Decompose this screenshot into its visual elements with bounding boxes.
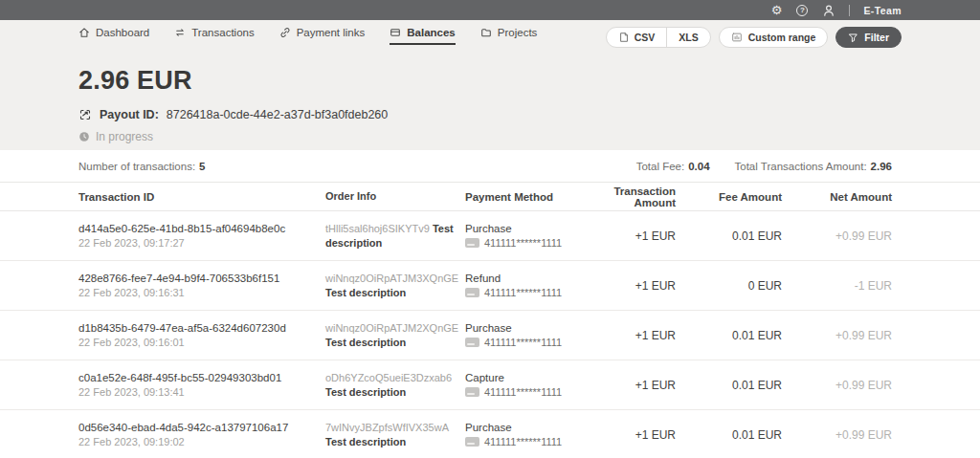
- fee-amount: 0.01 EUR: [676, 428, 782, 442]
- dashboard-home-icon: [78, 27, 90, 38]
- transactions-count-label: Number of transactions:: [78, 161, 195, 172]
- xls-export-button[interactable]: XLS: [666, 28, 709, 47]
- card-icon: [465, 338, 479, 347]
- tab-projects[interactable]: Projects: [480, 27, 538, 45]
- net-amount: +0.99 EUR: [782, 229, 892, 243]
- transaction-date: 22 Feb 2023, 09:13:41: [78, 386, 325, 398]
- table-row[interactable]: d414a5e0-625e-41bd-8b15-af04694b8e0c 22 …: [0, 211, 980, 261]
- transaction-date: 22 Feb 2023, 09:17:27: [78, 237, 325, 249]
- fee-amount: 0 EUR: [676, 279, 782, 293]
- order-description: Test description: [325, 386, 406, 398]
- table-header: Transaction ID Order Info Payment Method…: [0, 183, 980, 211]
- transaction-amount: +1 EUR: [593, 229, 676, 243]
- settings-gear-icon[interactable]: ⚙: [771, 4, 783, 16]
- transaction-date: 22 Feb 2023, 09:19:02: [78, 436, 325, 447]
- header-order-info: Order Info: [325, 189, 465, 204]
- card-number: 411111******1111: [484, 386, 562, 398]
- filter-funnel-icon: [848, 33, 858, 43]
- payout-id-icon[interactable]: [78, 108, 92, 121]
- tab-payment-links[interactable]: Payment links: [279, 27, 366, 45]
- card-number: 411111******1111: [484, 237, 562, 249]
- header-net-amount: Net Amount: [782, 191, 892, 203]
- card-number: 411111******1111: [484, 436, 562, 447]
- custom-range-button[interactable]: Custom range: [719, 27, 829, 48]
- export-button-group: CSV XLS: [606, 27, 711, 48]
- payment-type: Purchase: [465, 422, 593, 433]
- payout-id-row: Payout ID: 8726418a-0cde-44e2-a37d-bf3a0…: [78, 108, 902, 121]
- user-icon[interactable]: [822, 4, 835, 17]
- calendar-range-icon: [731, 32, 743, 43]
- transactions-count-value: 5: [199, 161, 205, 172]
- tab-dashboard[interactable]: Dashboard: [78, 27, 149, 45]
- summary-strip: Number of transactions: 5 Total Fee: 0.0…: [0, 150, 980, 183]
- team-name[interactable]: E-Team: [863, 5, 902, 16]
- order-description: Test description: [325, 436, 406, 447]
- transaction-id: d414a5e0-625e-41bd-8b15-af04694b8e0c: [78, 223, 325, 234]
- card-icon: [465, 238, 479, 248]
- csv-export-button[interactable]: CSV: [607, 28, 667, 47]
- csv-label: CSV: [635, 32, 656, 43]
- order-reference: 7wINvyJBZpfsWfIVX35wA: [325, 422, 448, 433]
- transaction-id: c0a1e52e-648f-495f-bc55-02949303bd01: [78, 372, 325, 383]
- payout-id-label: Payout ID:: [100, 108, 159, 121]
- table-body: d414a5e0-625e-41bd-8b15-af04694b8e0c 22 …: [0, 211, 980, 458]
- balances-card-icon: [390, 27, 401, 38]
- total-amount-label: Total Transactions Amount:: [735, 161, 867, 172]
- total-amount-value: 2.96: [871, 161, 892, 172]
- filter-label: Filter: [864, 32, 889, 43]
- transaction-id: 0d56e340-ebad-4da5-942c-a13797106a17: [78, 422, 325, 433]
- payment-links-icon: [279, 27, 291, 38]
- header-fee-amount: Fee Amount: [676, 191, 782, 203]
- xls-label: XLS: [679, 32, 698, 43]
- fee-amount: 0.01 EUR: [676, 379, 782, 392]
- custom-range-label: Custom range: [748, 32, 816, 43]
- payout-id-value: 8726418a-0cde-44e2-a37d-bf3a0fdeb260: [167, 108, 388, 121]
- transaction-amount: +1 EUR: [593, 379, 676, 392]
- fee-amount: 0.01 EUR: [676, 229, 782, 243]
- transaction-amount: +1 EUR: [593, 329, 676, 342]
- transactions-icon: [174, 27, 186, 38]
- order-reference: tHlli5sal6hoj6SIKYTv9: [325, 223, 430, 234]
- table-row[interactable]: d1b8435b-6479-47ea-af5a-6324d607230d 22 …: [0, 311, 980, 360]
- topbar-divider: [849, 5, 850, 16]
- help-icon[interactable]: ?: [796, 5, 808, 16]
- topbar: ⚙ ? E-Team: [0, 0, 980, 20]
- status-badge: In progress: [96, 130, 153, 143]
- table-row[interactable]: 428e8766-fee7-4e94-b9f4-706533b6f151 22 …: [0, 261, 980, 311]
- card-icon: [465, 437, 479, 447]
- card-number: 411111******1111: [484, 287, 562, 298]
- transaction-amount: +1 EUR: [593, 428, 676, 442]
- total-fee-value: 0.04: [688, 161, 709, 172]
- tab-transactions[interactable]: Transactions: [174, 27, 254, 45]
- tab-label: Dashboard: [96, 27, 149, 38]
- order-description: Test description: [325, 287, 406, 298]
- table-row[interactable]: 0d56e340-ebad-4da5-942c-a13797106a17 22 …: [0, 410, 980, 458]
- net-amount: +0.99 EUR: [782, 379, 892, 392]
- order-reference: wiNnqz0OiRpATJM3XQnGE: [325, 273, 458, 284]
- fee-amount: 0.01 EUR: [676, 329, 782, 342]
- header-transaction-amount: Transaction Amount: [593, 185, 676, 208]
- card-number: 411111******1111: [484, 337, 562, 348]
- file-icon: [618, 32, 630, 43]
- card-icon: [465, 387, 479, 397]
- clock-status-icon: [78, 131, 90, 142]
- tab-label: Projects: [498, 27, 538, 38]
- projects-folder-icon: [480, 27, 492, 38]
- net-amount: +0.99 EUR: [782, 428, 892, 442]
- header-transaction-id: Transaction ID: [78, 191, 325, 203]
- total-fee-label: Total Fee:: [636, 161, 685, 172]
- order-reference: wiNnqz0OiRpATJM2XQnGE: [325, 322, 458, 334]
- transaction-amount: +1 EUR: [593, 279, 676, 293]
- payment-type: Purchase: [465, 322, 593, 334]
- net-amount: +0.99 EUR: [782, 329, 892, 342]
- transaction-date: 22 Feb 2023, 09:16:01: [78, 337, 325, 348]
- filter-button[interactable]: Filter: [835, 27, 902, 48]
- order-description: Test description: [325, 337, 406, 348]
- tab-balances[interactable]: Balances: [390, 27, 456, 45]
- transaction-date: 22 Feb 2023, 09:16:31: [78, 287, 325, 298]
- net-amount: -1 EUR: [782, 279, 892, 293]
- table-row[interactable]: c0a1e52e-648f-495f-bc55-02949303bd01 22 …: [0, 360, 980, 410]
- payout-total-amount: 2.96 EUR: [78, 67, 902, 96]
- nav-tabs: Dashboard Transactions Payment links Bal…: [78, 27, 537, 45]
- page-header-section: Dashboard Transactions Payment links Bal…: [0, 20, 980, 150]
